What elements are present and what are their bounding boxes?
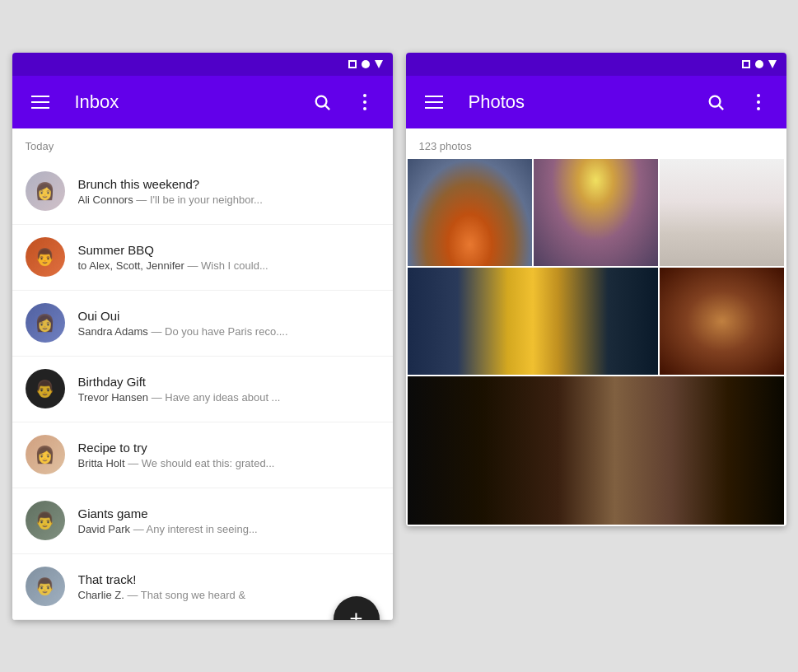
email-item-brunch[interactable]: 👩 Brunch this weekend? Ali Connors — I'l… [12,159,393,225]
status-square-icon [742,60,750,68]
email-meta: Trevor Hansen — Have any ideas about ... [78,391,380,404]
email-meta: to Alex, Scott, Jennifer — Wish I could.… [78,259,380,272]
photos-search-button[interactable] [701,87,730,117]
inbox-title: Inbox [75,91,294,113]
photos-app-bar: Photos [406,76,786,128]
inbox-screen: Inbox Today 👩 [12,53,393,620]
inbox-today-label: Today [12,128,393,159]
photo-cat[interactable] [660,159,784,266]
email-subject: Brunch this weekend? [78,177,380,191]
inbox-more-button[interactable] [350,87,380,117]
status-triangle-icon [375,60,383,68]
email-item-birthday[interactable]: 👨 Birthday Gift Trevor Hansen — Have any… [12,357,393,422]
photos-menu-button[interactable] [419,87,449,117]
avatar-alex: 👨 [26,237,65,277]
email-meta: Charlie Z. — That song we heard & [78,589,380,601]
photos-screen: Photos 123 photos [406,53,786,526]
inbox-search-button[interactable] [307,87,337,117]
avatar-britta-holt: 👩 [26,435,65,474]
email-item-giants[interactable]: 👨 Giants game David Park — Any interest … [12,488,393,554]
email-item-bbq[interactable]: 👨 Summer BBQ to Alex, Scott, Jennifer — … [12,225,393,291]
avatar-trevor-hansen: 👨 [26,369,65,408]
photos-status-bar [406,53,786,76]
photos-title: Photos [469,91,688,113]
photo-street[interactable] [408,268,659,375]
avatar-charlie-z: 👨 [26,567,65,606]
email-subject: Summer BBQ [78,243,380,257]
email-item-ouioui[interactable]: 👩 Oui Oui Sandra Adams — Do you have Par… [12,291,393,357]
photos-count-label: 123 photos [406,128,786,159]
email-subject: Giants game [78,506,380,520]
email-item-track[interactable]: 👨 That track! Charlie Z. — That song we … [12,554,393,620]
status-circle-icon [755,60,763,68]
photos-more-button[interactable] [744,87,773,117]
avatar-david-park: 👨 [26,501,65,540]
svg-point-2 [709,96,720,106]
inbox-menu-button[interactable] [26,87,55,117]
status-circle-icon [362,60,370,68]
status-square-icon [348,60,357,68]
email-subject: Oui Oui [78,309,380,323]
svg-line-1 [325,105,329,110]
email-subject: Birthday Gift [78,375,380,389]
inbox-app-bar: Inbox [12,76,393,128]
screens-container: Inbox Today 👩 [12,53,786,620]
photo-crowd[interactable] [534,159,658,266]
photos-more-icon [757,94,760,110]
email-subject: Recipe to try [78,441,380,455]
photo-bbq[interactable] [408,376,785,525]
email-meta: David Park — Any interest in seeing... [78,523,380,535]
avatar-sandra-adams: 👩 [26,303,65,343]
photos-grid [406,159,786,526]
svg-point-0 [315,96,326,106]
compose-plus-icon: + [349,607,362,620]
svg-line-3 [719,105,723,110]
photo-noodles[interactable] [660,268,784,375]
photos-search-icon [707,93,725,111]
email-item-recipe[interactable]: 👩 Recipe to try Britta Holt — We should … [12,422,393,488]
email-subject: That track! [78,572,380,586]
status-triangle-icon [768,60,777,68]
avatar-ali-connors: 👩 [26,171,65,211]
inbox-more-icon [363,94,366,110]
photo-tokyo[interactable] [408,159,532,266]
email-meta: Britta Holt — We should eat this: grated… [78,457,380,469]
email-meta: Sandra Adams — Do you have Paris reco...… [78,325,380,338]
email-meta: Ali Connors — I'll be in your neighbor..… [78,194,380,206]
inbox-search-icon [313,93,331,111]
inbox-email-list: 👩 Brunch this weekend? Ali Connors — I'l… [12,159,393,620]
inbox-status-bar [12,53,393,76]
